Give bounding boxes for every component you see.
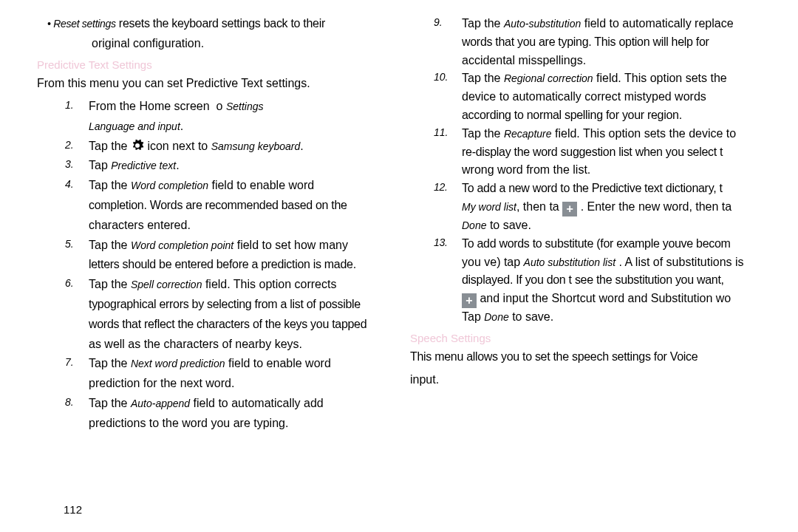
step-4: 4. Tap the Word completion field to enab… xyxy=(37,177,399,195)
step-11: 11. Tap the Recapture field. This option… xyxy=(410,125,787,143)
reset-settings-bullet: • Reset settings resets the keyboard set… xyxy=(37,15,399,33)
right-column: 9. Tap the Auto-substitution field to au… xyxy=(410,15,787,434)
step-8b: predictions to the word you are typing. xyxy=(37,415,399,433)
step-4b: completion. Words are recommended based … xyxy=(37,197,399,215)
step-4c: characters entered. xyxy=(37,216,399,235)
step-13d: + and input the Shortcut word and Substi… xyxy=(410,290,787,308)
step-10b: device to automatically correct mistyped… xyxy=(410,88,787,106)
step-1: 1. From the Home screen o Settings xyxy=(37,98,399,116)
step-5: 5. Tap the Word completion point field t… xyxy=(37,236,399,255)
speech-intro-1: This menu allows you to set the speech s… xyxy=(410,348,787,366)
step-6d: as well as the characters of nearby keys… xyxy=(37,335,399,354)
step-11b: re-display the word suggestion list when… xyxy=(410,143,787,162)
step-6b: typographical errors by selecting from a… xyxy=(37,296,399,314)
speech-intro-2: input. xyxy=(410,371,787,389)
step-8: 8. Tap the Auto-append field to automati… xyxy=(37,395,399,413)
left-column: • Reset settings resets the keyboard set… xyxy=(37,15,410,434)
predictive-intro: From this menu you can set Predictive Te… xyxy=(37,75,399,93)
gear-icon xyxy=(131,139,144,152)
step-12: 12. To add a new word to the Predictive … xyxy=(410,180,787,198)
step-10c: according to normal spelling for your re… xyxy=(410,106,787,125)
step-9b: words that you are typing. This option w… xyxy=(410,33,787,52)
step-10: 10. Tap the Regional correction field. T… xyxy=(410,69,787,88)
plus-icon: + xyxy=(562,202,577,216)
step-13b: you ve) tap Auto substitution list . A l… xyxy=(410,253,787,272)
step-9: 9. Tap the Auto-substitution field to au… xyxy=(410,15,787,33)
plus-icon: + xyxy=(462,293,477,308)
page-content: • Reset settings resets the keyboard set… xyxy=(0,0,798,434)
step-5b: letters should be entered before a predi… xyxy=(37,256,399,274)
reset-settings-text2: original configuration. xyxy=(37,35,399,53)
step-13e: Tap Done to save. xyxy=(410,308,787,327)
speech-settings-heading: Speech Settings xyxy=(410,330,787,347)
step-12c: Done to save. xyxy=(410,216,787,235)
page-number: 112 xyxy=(64,503,82,516)
step-2: 2. Tap the icon next to Samsung keyboard… xyxy=(37,137,399,156)
step-7b: prediction for the next word. xyxy=(37,375,399,393)
step-12b: My word list, then ta + . Enter the new … xyxy=(410,198,787,216)
reset-settings-text1: resets the keyboard settings back to the… xyxy=(119,17,325,30)
reset-settings-label: • Reset settings xyxy=(47,18,116,30)
step-1-cont: Language and input. xyxy=(37,117,399,136)
step-number: 1. xyxy=(65,98,74,114)
step-9c: accidental misspellings. xyxy=(410,52,787,70)
step-3: 3. Tap Predictive text. xyxy=(37,157,399,175)
step-6c: words that reflect the characters of the… xyxy=(37,316,399,334)
step-13c: displayed. If you don t see the substitu… xyxy=(410,271,787,290)
step-11c: wrong word from the list. xyxy=(410,161,787,180)
step-13: 13. To add words to substitute (for exam… xyxy=(410,235,787,253)
step-6: 6. Tap the Spell correction field. This … xyxy=(37,276,399,294)
predictive-text-heading: Predictive Text Settings xyxy=(37,56,399,73)
step-7: 7. Tap the Next word prediction field to… xyxy=(37,355,399,373)
